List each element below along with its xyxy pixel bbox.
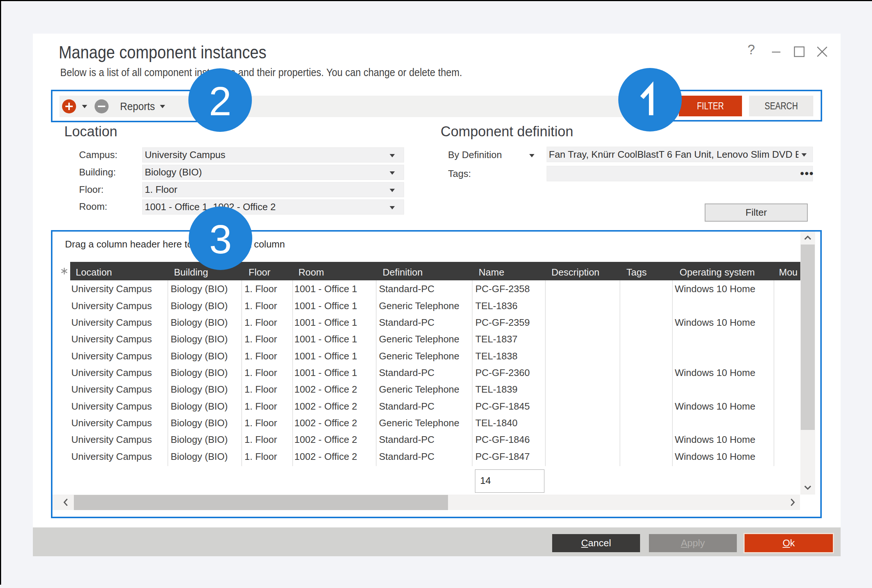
svg-text:?: ? [748,42,755,57]
